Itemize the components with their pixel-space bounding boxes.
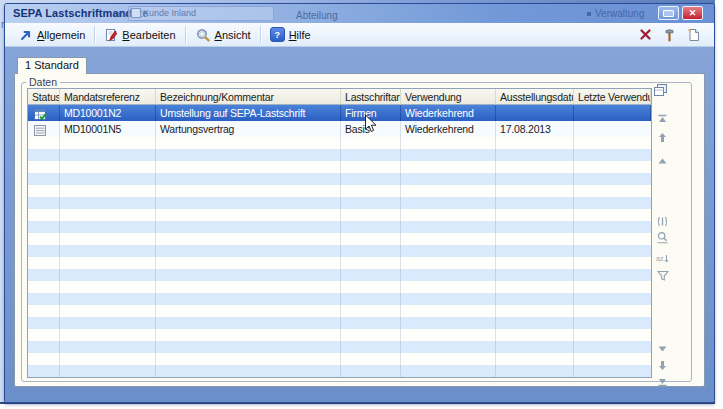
cell-verwendung: Wiederkehrend — [401, 121, 496, 137]
empty-row[interactable] — [28, 245, 651, 257]
cell-mandatsreferenz: MD10001N5 — [60, 121, 156, 137]
cell-mandatsreferenz: MD10001N2 — [60, 105, 156, 121]
background-field: Kunde Inland — [128, 6, 274, 21]
ansicht-button[interactable]: Ansicht — [189, 26, 257, 44]
bearbeiten-label: Bearbeiten — [122, 29, 175, 41]
titlebar[interactable]: SEPA Lastschriftmandate and Kunde Inland… — [5, 4, 714, 23]
empty-row[interactable] — [28, 233, 651, 245]
step-up-icon[interactable] — [655, 154, 670, 167]
column-header-mandatsreferenz[interactable]: Mandatsreferenz — [60, 89, 156, 105]
empty-row[interactable] — [28, 221, 651, 233]
toolbar-separator — [94, 26, 95, 43]
cancel-icon[interactable] — [639, 28, 652, 41]
empty-row[interactable] — [28, 341, 651, 353]
column-header-letzte-verwendung[interactable]: Letzte Verwendung — [574, 89, 651, 105]
empty-row[interactable] — [28, 149, 651, 161]
cell-letzte-verwendung — [574, 105, 651, 121]
minimize-button[interactable] — [658, 6, 679, 20]
column-header-ausstellungsdatum[interactable]: Ausstellungsdatum — [496, 89, 574, 105]
search-icon[interactable] — [655, 231, 670, 244]
cell-bezeichnung-kommentar: Wartungsvertrag — [156, 121, 341, 137]
column-chooser-icon[interactable] — [653, 83, 669, 98]
bearbeiten-button[interactable]: Bearbeiten — [98, 26, 181, 44]
toolbar: Allgemein Bearbeiten Ansicht — [5, 23, 714, 47]
empty-row[interactable] — [28, 257, 651, 269]
magnifier-page-icon — [195, 28, 211, 42]
empty-row[interactable] — [28, 281, 651, 293]
empty-row[interactable] — [28, 209, 651, 221]
window-body: 1 Standard Daten StatusMandatsreferenzBe… — [5, 47, 714, 402]
daten-groupbox: Daten StatusMandatsreferenzBezeichnung/K… — [21, 82, 692, 382]
move-up-icon[interactable] — [655, 131, 670, 144]
filter-icon[interactable] — [655, 269, 670, 282]
cell-bezeichnung-kommentar: Umstellung auf SEPA-Lastschrift — [156, 105, 341, 121]
scroll-to-bottom-icon[interactable] — [655, 375, 670, 388]
move-down-icon[interactable] — [655, 359, 670, 372]
close-button[interactable]: ✕ — [682, 6, 703, 20]
empty-row[interactable] — [28, 173, 651, 185]
mandate-active-icon — [28, 105, 60, 121]
cell-letzte-verwendung — [574, 121, 651, 137]
toolbar-separator — [260, 26, 261, 43]
table-row-selected[interactable]: MD10001N2Umstellung auf SEPA-Lastschrift… — [28, 105, 651, 121]
bullet-icon — [587, 12, 591, 16]
cell-ausstellungsdatum — [496, 105, 574, 121]
hammer-icon[interactable] — [663, 28, 676, 42]
arrow-up-right-icon — [20, 28, 33, 41]
mandates-grid: StatusMandatsreferenzBezeichnung/Komment… — [27, 88, 652, 378]
sepa-mandates-window: SEPA Lastschriftmandate and Kunde Inland… — [4, 3, 715, 403]
content-panel: Daten StatusMandatsreferenzBezeichnung/K… — [14, 73, 705, 387]
grid-side-rail: az — [655, 97, 671, 381]
new-document-icon[interactable] — [687, 28, 700, 42]
empty-row[interactable] — [28, 305, 651, 317]
allgemein-button[interactable]: Allgemein — [14, 26, 91, 43]
empty-row[interactable] — [28, 185, 651, 197]
cell-verwendung: Wiederkehrend — [401, 105, 496, 121]
cell-ausstellungsdatum: 17.08.2013 — [496, 121, 574, 137]
allgemein-label: Allgemein — [37, 29, 85, 41]
empty-row[interactable] — [28, 365, 651, 377]
empty-row[interactable] — [28, 317, 651, 329]
empty-row[interactable] — [28, 137, 651, 149]
column-header-lastschriftart[interactable]: Lastschriftart — [341, 89, 401, 105]
scroll-to-top-icon[interactable] — [655, 112, 670, 125]
column-header-verwendung[interactable]: Verwendung — [401, 89, 496, 105]
empty-row[interactable] — [28, 161, 651, 173]
sort-icon[interactable]: az — [655, 253, 670, 266]
empty-row[interactable] — [28, 329, 651, 341]
background-verwaltung-label: Verwaltung — [587, 8, 644, 19]
help-icon: ? — [270, 27, 285, 42]
background-abteilung-label: Abteilung — [296, 10, 338, 21]
table-row[interactable]: MD10001N5WartungsvertragBasisWiederkehre… — [28, 121, 651, 137]
empty-row[interactable] — [28, 353, 651, 365]
cell-lastschriftart: Basis — [341, 121, 401, 137]
empty-row[interactable] — [28, 293, 651, 305]
grid-header-row: StatusMandatsreferenzBezeichnung/Komment… — [28, 89, 651, 105]
hilfe-button[interactable]: ? Hilfe — [264, 25, 317, 44]
hilfe-label: Hilfe — [289, 29, 311, 41]
minimize-icon — [663, 10, 674, 17]
mandate-plain-icon — [28, 121, 60, 137]
empty-row[interactable] — [28, 197, 651, 209]
edit-page-icon — [104, 28, 118, 42]
svg-text:az: az — [656, 255, 664, 262]
groupbox-label: Daten — [26, 76, 60, 88]
close-icon: ✕ — [689, 9, 697, 18]
tab-standard[interactable]: 1 Standard — [17, 57, 87, 74]
cell-lastschriftart: Firmen — [341, 105, 401, 121]
empty-row[interactable] — [28, 269, 651, 281]
ansicht-label: Ansicht — [215, 29, 251, 41]
fit-column-width-icon[interactable] — [655, 215, 670, 228]
column-header-bezeichnung-kommentar[interactable]: Bezeichnung/Kommentar — [156, 89, 341, 105]
step-down-icon[interactable] — [655, 342, 670, 355]
column-header-status[interactable]: Status — [28, 89, 60, 105]
background-checkbox — [131, 8, 141, 18]
toolbar-separator — [185, 26, 186, 43]
